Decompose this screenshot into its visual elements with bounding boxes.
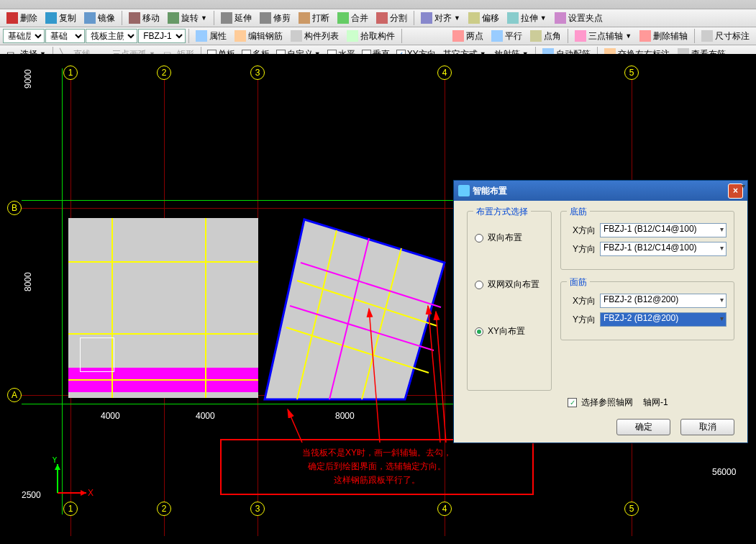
threepoint-icon [575, 30, 586, 42]
dim-8000-h: 8000 [335, 409, 355, 421]
grid-bubble-row-b: B [7, 201, 22, 215]
grp-bottom-label: 底筋 [567, 206, 590, 218]
extend-button[interactable]: 延伸 [217, 10, 255, 27]
close-icon: × [733, 186, 738, 196]
ref-grid-label: 选择参照轴网 [581, 396, 633, 409]
toolbar-row-2: 基础层 基础 筏板主筋 FBZJ-1 属性 编辑钢筋 构件列表 拾取构件 两点 … [0, 27, 756, 45]
radio-dual[interactable]: 双网双向布置 [475, 278, 544, 291]
list-icon [291, 30, 302, 42]
parallel-icon [491, 30, 503, 42]
xdir-label: X方向 [568, 225, 596, 237]
dialog-title-text: 智能布置 [473, 185, 507, 197]
svg-marker-0 [265, 219, 445, 399]
props-button[interactable]: 属性 [192, 28, 230, 45]
chevron-down-icon: ▼ [201, 14, 207, 22]
props-icon [196, 30, 207, 42]
dim-icon [701, 30, 713, 42]
align-icon [421, 12, 432, 24]
grid-bubble-row-a: A [7, 388, 22, 402]
mirror-icon [84, 12, 96, 24]
annotation-box: 当筏板不是XY时，画一斜辅轴。去勾， 确定后到绘图界面，选辅轴定方向。 这样钢筋… [220, 439, 534, 495]
delaux-button[interactable]: 删除辅轴 [636, 28, 691, 45]
xdir-label-2: X方向 [568, 295, 596, 307]
delete-button[interactable]: 删除 [3, 10, 41, 27]
ref-grid-checkbox[interactable] [568, 398, 577, 407]
dim-2500: 2500 [22, 489, 41, 500]
rotate-icon [168, 12, 179, 24]
dim-56000: 56000 [712, 466, 736, 477]
split-icon [376, 12, 388, 24]
trim-button[interactable]: 修剪 [256, 10, 294, 27]
setgrip-button[interactable]: 设置夹点 [551, 10, 606, 27]
grid-bubble-col-5: 5 [624, 65, 639, 80]
dim-4000-1: 4000 [101, 409, 120, 421]
ok-button[interactable]: 确定 [616, 419, 670, 435]
dim-button[interactable]: 尺寸标注 [698, 28, 753, 45]
radio-both[interactable]: 双向布置 [475, 232, 544, 244]
threepoint-button[interactable]: 三点辅轴▼ [571, 28, 635, 45]
split-button[interactable]: 分割 [373, 10, 411, 27]
dialog-titlebar[interactable]: 智能布置 × [454, 181, 747, 201]
trim-icon [260, 12, 271, 24]
slab-rotated[interactable] [250, 198, 466, 416]
ydir-label: Y方向 [568, 243, 596, 255]
dim-8000-v: 8000 [22, 272, 33, 291]
align-button[interactable]: 对齐▼ [417, 10, 464, 27]
editbar-button[interactable]: 编辑钢筋 [231, 28, 286, 45]
grid-bubble-col-4-b: 4 [437, 502, 452, 516]
dialog-icon [458, 185, 470, 196]
offset-button[interactable]: 偏移 [465, 10, 503, 27]
smart-layout-dialog: 智能布置 × 布置方式选择 双向布置 双网双向布置 XY向布置 底筋 X方向FB… [453, 180, 748, 443]
annotation-line3: 这样钢筋跟板平行了。 [230, 473, 524, 487]
radio-xy[interactable]: XY向布置 [475, 325, 544, 337]
pick-icon [347, 30, 358, 42]
toolbar-row-0 [0, 0, 756, 9]
offset-icon [468, 12, 480, 24]
ydir-label-2: Y方向 [568, 314, 596, 326]
move-button[interactable]: 移动 [125, 10, 163, 27]
top-x-select[interactable]: FBZJ-2 (B12@200) [600, 294, 727, 308]
bottom-x-select[interactable]: FBZJ-1 (B12/C14@100) [600, 223, 727, 237]
pick-button[interactable]: 拾取构件 [343, 28, 399, 45]
grid-bubble-col-1: 1 [63, 65, 78, 80]
layer-select[interactable]: 基础层 [3, 29, 45, 43]
grid-bubble-col-3-b: 3 [250, 502, 265, 516]
mirror-button[interactable]: 镜像 [81, 10, 119, 27]
twopoint-icon [452, 30, 464, 42]
merge-button[interactable]: 合并 [334, 10, 372, 27]
memberlist-button[interactable]: 构件列表 [287, 28, 342, 45]
svg-text:Y: Y [52, 457, 58, 465]
rotate-button[interactable]: 旋转▼ [164, 10, 211, 27]
move-icon [129, 12, 140, 24]
slab-rect[interactable] [68, 218, 258, 398]
top-y-select[interactable]: FBZJ-2 (B12@200) [600, 312, 727, 327]
pointangle-button[interactable]: 点角 [527, 28, 565, 45]
category-select[interactable]: 基础 [45, 29, 85, 43]
bottom-y-select[interactable]: FBZJ-1 (B12/C14@100) [600, 242, 727, 256]
grid-bubble-col-1-b: 1 [63, 502, 78, 516]
code-select[interactable]: FBZJ-1 [138, 29, 186, 43]
merge-icon [337, 12, 349, 24]
break-button[interactable]: 打断 [295, 10, 333, 27]
toolbar-row-1: 删除 复制 镜像 移动 旋转▼ 延伸 修剪 打断 合并 分割 对齐▼ 偏移 拉伸… [0, 9, 756, 27]
grid-bubble-col-2-b: 2 [157, 502, 171, 516]
svg-text:X: X [88, 488, 94, 498]
twopoint-button[interactable]: 两点 [449, 28, 487, 45]
editbar-icon [234, 30, 246, 42]
svg-marker-11 [55, 464, 60, 470]
delaux-icon [639, 30, 651, 42]
parallel-button[interactable]: 平行 [488, 28, 526, 45]
stretch-button[interactable]: 拉伸▼ [504, 10, 550, 27]
extend-icon [221, 12, 232, 24]
copy-button[interactable]: 复制 [42, 10, 80, 27]
rebar-type-select[interactable]: 筏板主筋 [86, 29, 137, 43]
ref-grid-select[interactable]: 轴网-1 [643, 396, 734, 409]
cancel-button[interactable]: 取消 [680, 419, 734, 435]
grid-bubble-col-2: 2 [157, 65, 171, 80]
stretch-icon [507, 12, 519, 24]
annotation-line2: 确定后到绘图界面，选辅轴定方向。 [230, 460, 524, 473]
dim-4000-2: 4000 [196, 409, 215, 421]
break-icon [299, 12, 310, 24]
grid-bubble-col-5-b: 5 [624, 502, 639, 516]
close-button[interactable]: × [728, 183, 743, 199]
